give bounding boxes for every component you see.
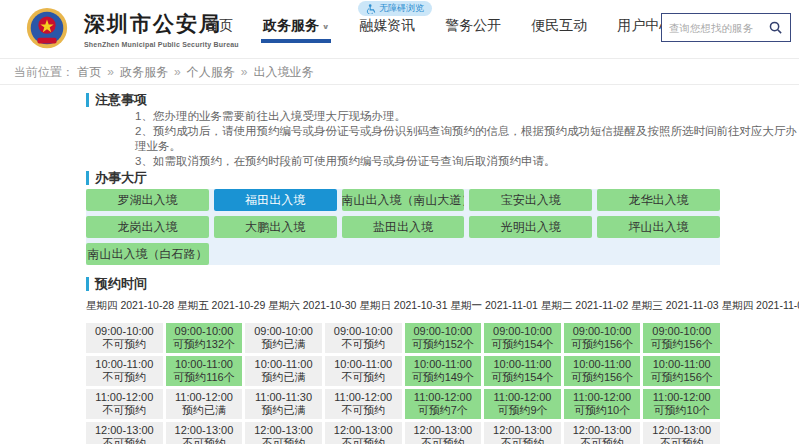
- slot-cell: 12:00-13:00不可预约: [484, 422, 561, 444]
- site-header: 深圳市公安局 ShenZhen Municipal Public Securit…: [0, 0, 799, 58]
- chevron-down-icon: ∨: [322, 23, 329, 31]
- schedule-day-header-row: 星期四 2021-10-28星期五 2021-10-29星期六 2021-10-…: [86, 299, 720, 311]
- breadcrumb-item[interactable]: 政务服务: [120, 65, 168, 79]
- schedule-day-header: 星期日 2021-10-31: [359, 299, 447, 311]
- section-title-bar: [86, 277, 89, 291]
- slot-cell: 09:00-10:00预约已满: [245, 323, 322, 353]
- slot-status: 不可预约: [564, 437, 641, 444]
- slot-cell[interactable]: 09:00-10:00可预约156个: [564, 323, 641, 353]
- hall-button[interactable]: 光明出入境: [469, 216, 592, 238]
- slot-time: 12:00-13:00: [405, 424, 482, 437]
- schedule-slot-grid: 09:00-10:00不可预约09:00-10:00可预约132个09:00-1…: [86, 323, 720, 444]
- nav-item-gov-services[interactable]: 政务服务∨: [263, 17, 329, 43]
- slot-status: 可预约132个: [166, 338, 243, 351]
- notice-title: 注意事项: [86, 93, 799, 107]
- halls-title: 办事大厅: [86, 171, 799, 185]
- nav-item-convenience[interactable]: 便民互动: [531, 17, 587, 43]
- hall-button[interactable]: 宝安出入境: [469, 189, 592, 211]
- slot-cell[interactable]: 09:00-10:00可预约154个: [484, 323, 561, 353]
- nav-item-media-news[interactable]: 融媒资讯: [359, 17, 415, 43]
- slot-status: 可预约154个: [484, 371, 561, 384]
- section-title-bar: [86, 93, 89, 107]
- slot-cell[interactable]: 10:00-11:00可预约116个: [166, 356, 243, 386]
- slot-cell[interactable]: 11:00-12:00可预约7个: [405, 389, 482, 419]
- hall-button[interactable]: 大鹏出入境: [214, 216, 337, 238]
- nav-item-label: 融媒资讯: [359, 17, 415, 33]
- slot-status: 不可预约: [325, 404, 402, 417]
- nav-item-label: 警务公开: [445, 17, 501, 33]
- slot-status: 预约已满: [245, 371, 322, 384]
- slot-cell: 11:00-12:00不可预约: [325, 389, 402, 419]
- breadcrumb-label: 当前位置：: [14, 65, 74, 79]
- accessibility-badge[interactable]: 无障碍浏览: [358, 1, 432, 16]
- breadcrumb-item[interactable]: 出入境业务: [253, 65, 313, 79]
- slot-cell: 10:00-11:00预约已满: [245, 356, 322, 386]
- slot-time: 09:00-10:00: [484, 325, 561, 338]
- notice-line: 2、预约成功后，请使用预约编号或身份证号或身份识别码查询预约的信息，根据预约成功…: [135, 124, 799, 154]
- slot-cell[interactable]: 10:00-11:00可预约156个: [564, 356, 641, 386]
- slot-cell[interactable]: 10:00-11:00可预约156个: [643, 356, 720, 386]
- slot-cell: 10:00-11:00不可预约: [325, 356, 402, 386]
- slot-time: 12:00-13:00: [564, 424, 641, 437]
- slot-cell: 12:00-13:00不可预约: [325, 422, 402, 444]
- breadcrumb-item[interactable]: 个人服务: [187, 65, 235, 79]
- notice-section: 注意事项 1、您办理的业务需要前往出入境受理大厅现场办理。2、预约成功后，请使用…: [86, 93, 799, 169]
- slot-status: 不可预约: [405, 437, 482, 444]
- accessibility-badge-label: 无障碍浏览: [379, 2, 424, 15]
- slot-time: 12:00-13:00: [325, 424, 402, 437]
- breadcrumb-item[interactable]: 首页: [77, 65, 101, 79]
- schedule-section: 预约时间 星期四 2021-10-28星期五 2021-10-29星期六 202…: [86, 277, 799, 444]
- hall-button[interactable]: 福田出入境: [214, 189, 337, 211]
- slot-time: 10:00-11:00: [325, 358, 402, 371]
- notice-title-text: 注意事项: [95, 93, 147, 107]
- slot-status: 不可预约: [86, 338, 163, 351]
- slot-cell: 12:00-13:00不可预约: [86, 422, 163, 444]
- slot-cell: 12:00-13:00不可预约: [405, 422, 482, 444]
- hall-button[interactable]: 坪山出入境: [597, 216, 720, 238]
- search-icon[interactable]: [768, 20, 783, 35]
- nav-item-label: 政务服务: [263, 17, 319, 33]
- slot-cell[interactable]: 09:00-10:00可预约132个: [166, 323, 243, 353]
- slot-cell[interactable]: 09:00-10:00可预约152个: [405, 323, 482, 353]
- hall-button[interactable]: 罗湖出入境: [86, 189, 209, 211]
- slot-cell[interactable]: 09:00-10:00可预约156个: [643, 323, 720, 353]
- slot-time: 10:00-11:00: [86, 358, 163, 371]
- slot-cell[interactable]: 11:00-12:00可预约10个: [564, 389, 641, 419]
- hall-button[interactable]: 南山出入境（白石路）: [86, 243, 209, 265]
- hall-button[interactable]: 龙华出入境: [597, 189, 720, 211]
- slot-status: 可预约10个: [564, 404, 641, 417]
- schedule-day-header: 星期三 2021-11-03: [631, 299, 718, 311]
- schedule-day-header: 星期二 2021-11-02: [541, 299, 628, 311]
- slot-status: 可预约7个: [405, 404, 482, 417]
- slot-status: 可预约152个: [405, 338, 482, 351]
- slot-cell[interactable]: 11:00-12:00可预约10个: [643, 389, 720, 419]
- slot-cell[interactable]: 10:00-11:00可预约149个: [405, 356, 482, 386]
- slot-cell[interactable]: 10:00-11:00可预约154个: [484, 356, 561, 386]
- hall-button[interactable]: 南山出入境（南山大道）: [342, 189, 465, 211]
- slot-cell[interactable]: 11:00-12:00可预约9个: [484, 389, 561, 419]
- schedule-day-header: 星期四 2021-10-28: [86, 299, 174, 311]
- slot-time: 11:00-11:30: [245, 391, 322, 404]
- slot-status: 不可预约: [325, 437, 402, 444]
- slot-time: 11:00-12:00: [643, 391, 720, 404]
- nav-item-police-open[interactable]: 警务公开: [445, 17, 501, 43]
- search-input[interactable]: [669, 22, 768, 34]
- slot-cell: 09:00-10:00不可预约: [325, 323, 402, 353]
- breadcrumb-separator: »: [241, 65, 248, 79]
- slot-time: 11:00-12:00: [325, 391, 402, 404]
- slot-time: 11:00-12:00: [564, 391, 641, 404]
- hall-button[interactable]: 盐田出入境: [342, 216, 465, 238]
- slot-status: 不可预约: [245, 437, 322, 444]
- slot-cell: 09:00-10:00不可预约: [86, 323, 163, 353]
- slot-status: 不可预约: [86, 437, 163, 444]
- nav-item-home[interactable]: 首页: [205, 17, 233, 43]
- schedule-day-header: 星期五 2021-10-29: [177, 299, 265, 311]
- slot-time: 09:00-10:00: [405, 325, 482, 338]
- slot-time: 09:00-10:00: [325, 325, 402, 338]
- slot-time: 11:00-12:00: [484, 391, 561, 404]
- slot-time: 12:00-13:00: [86, 424, 163, 437]
- slot-time: 12:00-13:00: [643, 424, 720, 437]
- breadcrumb: 当前位置： 首页»政务服务»个人服务»出入境业务: [0, 58, 799, 85]
- hall-button[interactable]: 龙岗出入境: [86, 216, 209, 238]
- search-box: [661, 13, 791, 42]
